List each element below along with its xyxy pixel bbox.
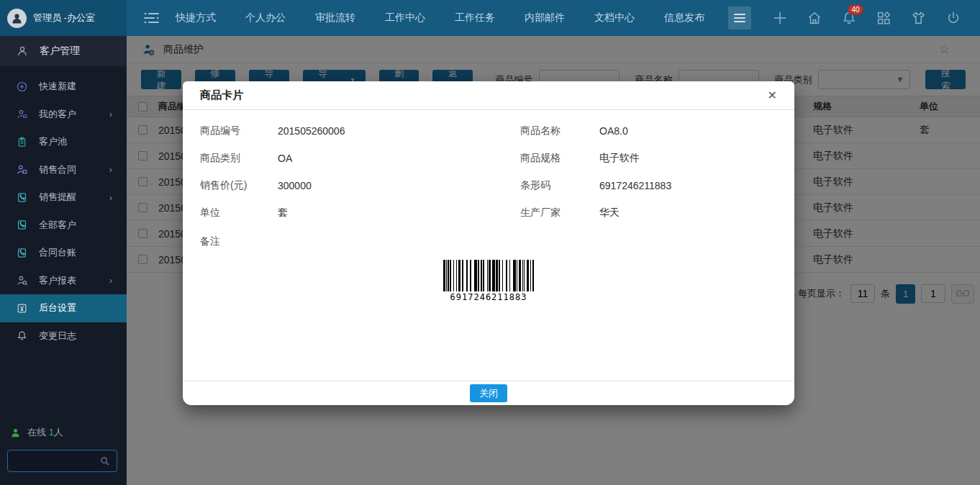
sidebar-item-label: 客户报表 <box>39 274 76 287</box>
person-icon <box>16 45 29 58</box>
phone-book-icon <box>16 247 28 259</box>
nav-item[interactable]: 工作中心 <box>385 12 425 24</box>
barcode-number: 6917246211883 <box>450 292 527 302</box>
field-label: 生产厂家 <box>520 207 599 219</box>
clipboard-icon <box>16 136 28 148</box>
modal-field-row: 商品类别OA商品规格电子软件 <box>200 145 777 172</box>
modal-field: 商品规格电子软件 <box>520 152 777 165</box>
modal-field: 条形码6917246211883 <box>520 179 777 192</box>
modal-field: 商品编号201505260006 <box>200 124 520 137</box>
field-value: 6917246211883 <box>599 180 671 191</box>
main-nav: 快捷方式个人办公审批流转工作中心工作任务内部邮件文档中心信息发布 <box>176 12 704 24</box>
plus-circle-icon <box>16 81 28 93</box>
nav-item[interactable]: 文档中心 <box>594 12 635 24</box>
bell-icon[interactable]: 40 <box>841 10 857 26</box>
topbar-icons: 40 <box>772 10 980 26</box>
home-icon[interactable] <box>807 10 822 26</box>
sidebar-item-label: 客户池 <box>39 135 67 148</box>
sidebar: 客户管理 快速新建我的客户›客户池销售合同›销售提醒›全部客户合同台账客户报表›… <box>0 36 127 485</box>
field-label: 单位 <box>200 207 278 219</box>
sidebar-item-label: 销售提醒 <box>39 191 76 204</box>
sidebar-item-label: 全部客户 <box>39 219 76 232</box>
online-status: 在线 1人 <box>10 426 63 439</box>
chevron-right-icon: › <box>109 275 112 286</box>
product-card-modal: 商品卡片 ✕ 商品编号201505260006商品名称OA8.0商品类别OA商品… <box>183 81 794 405</box>
search-icon[interactable] <box>99 455 117 467</box>
plus-icon[interactable] <box>772 10 788 26</box>
sidebar-item-label: 变更日志 <box>39 330 76 343</box>
yen-box-icon <box>16 302 28 314</box>
online-person-icon <box>10 427 21 438</box>
modal-field: 单位套 <box>200 207 520 219</box>
modal-field-row: 商品编号201505260006商品名称OA8.0 <box>200 117 777 145</box>
field-value: 300000 <box>278 180 312 191</box>
bell-outline-icon <box>16 330 28 342</box>
sidebar-header-customer-mgmt[interactable]: 客户管理 <box>0 36 127 66</box>
user-avatar <box>7 9 27 28</box>
modal-field-row: 销售价(元)300000条形码6917246211883 <box>200 172 777 199</box>
sidebar-item-我的客户[interactable]: 我的客户› <box>0 101 127 129</box>
nav-item[interactable]: 审批流转 <box>315 12 355 24</box>
field-value: OA <box>278 153 292 164</box>
close-icon[interactable]: ✕ <box>768 90 777 101</box>
sidebar-item-全部客户[interactable]: 全部客户 <box>0 212 127 240</box>
notification-badge: 40 <box>848 4 863 15</box>
sidebar-item-销售合同[interactable]: 销售合同› <box>0 156 127 184</box>
field-value: 华天 <box>599 207 620 219</box>
user-block[interactable]: 管理员 -办公室 <box>0 0 127 36</box>
field-value: OA8.0 <box>599 125 628 137</box>
modal-field: 生产厂家华天 <box>520 207 777 219</box>
menu-icon[interactable] <box>142 9 161 27</box>
sidebar-item-后台设置[interactable]: 后台设置 <box>0 294 127 322</box>
sidebar-item-变更日志[interactable]: 变更日志 <box>0 322 127 350</box>
modal-title: 商品卡片 <box>200 89 243 102</box>
user-name: 管理员 -办公室 <box>33 12 95 24</box>
chevron-right-icon: › <box>109 192 112 203</box>
sidebar-items: 快速新建我的客户›客户池销售合同›销售提醒›全部客户合同台账客户报表›后台设置变… <box>0 73 127 350</box>
sidebar-item-销售提醒[interactable]: 销售提醒› <box>0 183 127 212</box>
nav-item[interactable]: 快捷方式 <box>176 12 216 24</box>
sidebar-item-label: 后台设置 <box>39 302 76 314</box>
sidebar-item-客户报表[interactable]: 客户报表› <box>0 267 127 295</box>
sidebar-header-label: 客户管理 <box>40 45 80 58</box>
sidebar-search-input[interactable] <box>8 450 99 471</box>
sidebar-search <box>7 450 117 472</box>
report-icon <box>16 274 28 286</box>
sidebar-item-label: 销售合同 <box>39 163 76 176</box>
field-label: 商品编号 <box>200 124 278 137</box>
person-icon <box>16 108 28 120</box>
phone-book-icon <box>16 191 28 204</box>
sidebar-item-合同台账[interactable]: 合同台账 <box>0 239 127 267</box>
modal-field: 商品类别OA <box>200 152 520 165</box>
modal-body: 商品编号201505260006商品名称OA8.0商品类别OA商品规格电子软件销… <box>183 110 794 302</box>
sidebar-item-label: 我的客户 <box>39 108 76 121</box>
nav-item[interactable]: 工作任务 <box>455 12 495 24</box>
grid-icon[interactable] <box>876 10 891 26</box>
barcode: 6917246211883 <box>200 260 777 302</box>
close-button[interactable]: 关闭 <box>470 384 507 402</box>
field-value: 套 <box>278 207 288 219</box>
barcode-image <box>443 260 534 291</box>
sidebar-item-label: 合同台账 <box>39 246 76 259</box>
nav-item[interactable]: 个人办公 <box>245 12 286 24</box>
field-label: 商品类别 <box>200 152 278 165</box>
menu-toggle-icon[interactable] <box>728 6 751 30</box>
field-label: 条形码 <box>520 179 599 192</box>
online-count: 1 <box>49 427 54 438</box>
modal-field: 商品名称OA8.0 <box>520 124 777 137</box>
chevron-right-icon: › <box>109 109 112 119</box>
modal-header: 商品卡片 ✕ <box>183 81 794 110</box>
power-icon[interactable] <box>945 10 961 26</box>
sidebar-item-快速新建[interactable]: 快速新建 <box>0 73 127 101</box>
field-label: 商品规格 <box>520 152 599 165</box>
phone-book-icon <box>16 219 28 231</box>
modal-field-row: 单位套生产厂家华天 <box>200 199 777 227</box>
remark-label: 备注 <box>200 235 278 248</box>
nav-item[interactable]: 信息发布 <box>664 12 704 24</box>
field-value: 电子软件 <box>599 152 640 165</box>
shirt-icon[interactable] <box>910 10 927 26</box>
sidebar-item-客户池[interactable]: 客户池 <box>0 128 127 156</box>
nav-item[interactable]: 内部邮件 <box>525 12 565 24</box>
modal-footer: 关闭 <box>183 381 794 405</box>
sidebar-item-label: 快速新建 <box>39 80 76 93</box>
